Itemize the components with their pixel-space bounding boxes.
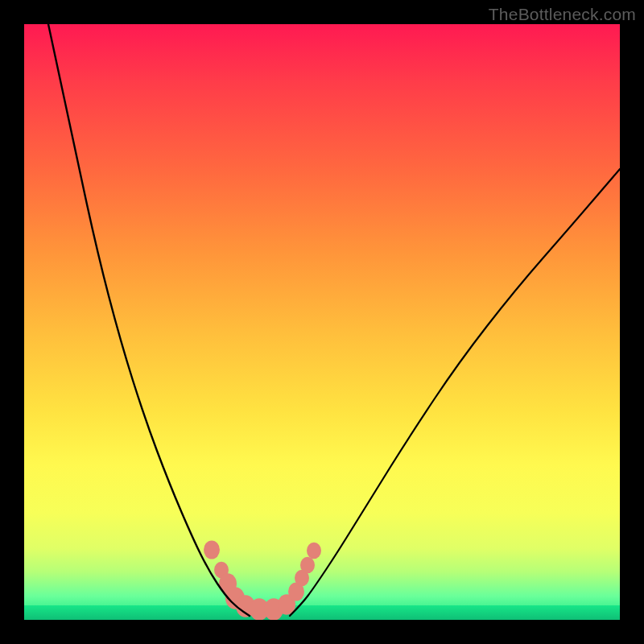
chart-frame: TheBottleneck.com: [0, 0, 644, 644]
right-curve: [290, 169, 620, 616]
valley-blobs: [204, 541, 321, 621]
watermark-text: TheBottleneck.com: [489, 5, 636, 24]
valley-blob: [307, 543, 321, 559]
chart-svg: [24, 24, 620, 620]
left-curve: [48, 24, 250, 616]
plot-area: [24, 24, 620, 620]
valley-blob: [300, 557, 315, 574]
valley-blob: [204, 541, 220, 559]
